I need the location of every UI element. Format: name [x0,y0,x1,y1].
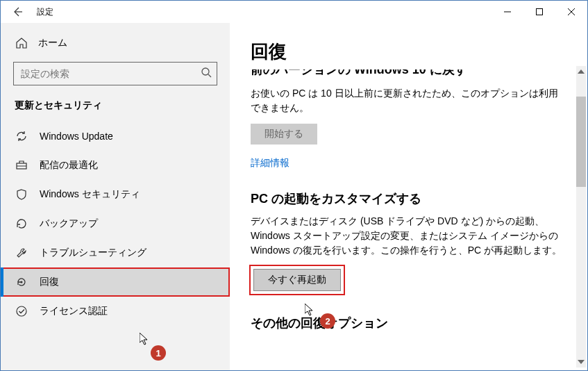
sidebar-item-label: Windows セキュリティ [40,188,140,201]
sidebar-item-label: ライセンス認証 [40,305,108,318]
scroll-up-button[interactable] [576,66,586,77]
window-controls [492,1,587,23]
minimize-button[interactable] [492,1,523,23]
sidebar-item-label: 回復 [40,276,59,288]
previous-version-heading: 前のバージョンの Windows 10 に戻す [251,69,566,79]
page-title: 回復 [251,40,566,64]
restart-highlight: 今すぐ再起動 [251,266,344,294]
arrow-left-icon [12,6,23,17]
search-input[interactable] [13,62,217,85]
scroll-down-button[interactable] [576,356,586,368]
category-heading: 更新とセキュリティ [1,95,230,122]
svg-point-4 [17,306,26,316]
svg-rect-0 [537,9,543,15]
svg-point-1 [202,68,209,75]
scrollbar-track[interactable] [576,77,586,356]
svg-point-3 [21,281,23,283]
home-button[interactable]: ホーム [1,31,230,55]
start-button: 開始する [251,124,317,145]
customize-startup-body: デバイスまたはディスク (USB ドライブや DVD など) からの起動、Win… [251,214,566,258]
annotation-badge-2: 2 [320,313,335,329]
sidebar-item-troubleshoot[interactable]: トラブルシューティング [1,238,230,267]
sync-icon [15,130,28,142]
details-link[interactable]: 詳細情報 [251,157,289,170]
maximize-button[interactable] [523,1,555,23]
chevron-up-icon [578,69,585,74]
previous-version-body: お使いの PC は 10 日以上前に更新されたため、このオプションは利用できませ… [251,86,566,115]
titlebar: 設定 [1,1,587,23]
delivery-icon [15,159,28,172]
maximize-icon [536,8,543,15]
sidebar-item-label: Windows Update [40,131,113,142]
sidebar-item-windows-update[interactable]: Windows Update [1,122,230,151]
back-button[interactable] [6,1,28,23]
sidebar-item-recovery[interactable]: 回復 [1,267,230,297]
check-circle-icon [15,305,28,318]
minimize-icon [504,8,511,15]
home-icon [15,37,28,49]
window-title: 設定 [37,6,53,18]
sidebar-item-label: 配信の最適化 [40,159,98,172]
search-box[interactable] [13,62,217,85]
sidebar: ホーム 更新とセキュリティ Windows Update 配信の最適化 Wind… [1,23,230,370]
recovery-icon [15,276,28,288]
close-icon [568,8,575,15]
sidebar-item-windows-security[interactable]: Windows セキュリティ [1,180,230,209]
shield-icon [15,188,28,201]
wrench-icon [15,247,28,259]
other-recovery-heading: その他の回復オプション [251,315,566,331]
search-icon [201,67,212,81]
sidebar-item-label: バックアップ [40,217,98,230]
chevron-down-icon [578,360,585,364]
scrollbar-thumb[interactable] [576,97,586,187]
sidebar-item-activation[interactable]: ライセンス認証 [1,297,230,326]
sidebar-item-backup[interactable]: バックアップ [1,209,230,238]
restart-now-button[interactable]: 今すぐ再起動 [253,269,341,291]
close-button[interactable] [555,1,587,23]
backup-icon [15,217,28,230]
sidebar-item-label: トラブルシューティング [40,247,146,259]
annotation-badge-1: 1 [151,345,166,361]
customize-startup-heading: PC の起動をカスタマイズする [251,190,566,207]
home-label: ホーム [38,37,67,49]
content-pane: 回復 前のバージョンの Windows 10 に戻す お使いの PC は 10 … [230,23,587,370]
sidebar-item-delivery-optimization[interactable]: 配信の最適化 [1,151,230,180]
